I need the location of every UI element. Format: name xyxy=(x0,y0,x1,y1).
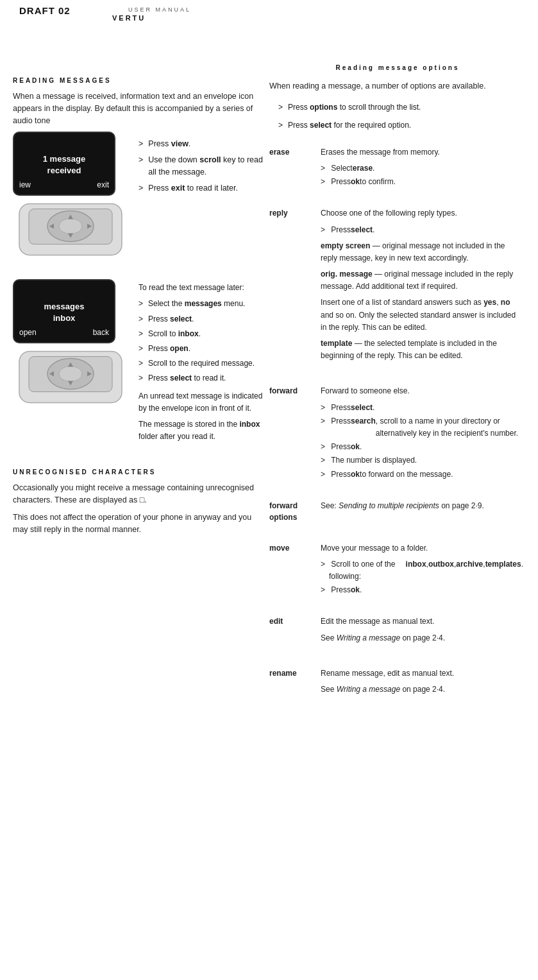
desc-rename: Rename message, edit as manual text. See… xyxy=(321,665,526,706)
def-row-move: move Move your message to a folder. Scro… xyxy=(269,540,526,603)
phone1-bottom-right: exit xyxy=(97,180,109,189)
header: DRAFT 02 USER MANUAL VERTU xyxy=(0,5,538,16)
unread-note-2: The message is stored in the inbox folde… xyxy=(139,418,263,443)
desc-forward-options: See: Sending to multiple recipients on p… xyxy=(321,497,526,529)
keypad-illustration-1 xyxy=(13,202,128,260)
term-move: move xyxy=(269,540,321,603)
usermanual-label: USER MANUAL xyxy=(128,6,191,13)
def-row-forward-options: forward options See: Sending to multiple… xyxy=(269,497,526,529)
unrecognised-body2: This does not affect the operation of yo… xyxy=(13,511,263,536)
term-forward-options: forward options xyxy=(269,497,321,529)
vertu-label: VERTU xyxy=(112,14,146,22)
read-later-section: To read the text message later: > Select… xyxy=(139,282,263,443)
desc-edit: Edit the message as manual text. See Wri… xyxy=(321,613,526,654)
svg-point-3 xyxy=(59,219,82,234)
reading-options-intro: When reading a message, a number of opti… xyxy=(269,80,526,92)
term-erase: erase xyxy=(269,144,321,195)
def-row-edit: edit Edit the message as manual text. Se… xyxy=(269,613,526,654)
term-rename: rename xyxy=(269,665,321,706)
term-forward: forward xyxy=(269,383,321,486)
definitions-table: erase Erases the message from memory. Se… xyxy=(269,144,526,706)
unread-note-1: An unread text message is indicated by t… xyxy=(139,390,263,415)
draft-label: DRAFT 02 xyxy=(19,5,71,16)
phone2-bottom-left: open xyxy=(19,328,37,337)
reading-options-heading: Reading message options xyxy=(269,64,526,71)
phone2-text: messages inbox xyxy=(44,301,85,324)
phone1-text: 1 message received xyxy=(43,153,86,176)
term-edit: edit xyxy=(269,613,321,654)
right-column: Reading message options When reading a m… xyxy=(269,64,526,706)
unrecognised-heading: Unrecognised characters xyxy=(13,469,263,476)
phone-mockup-1: 1 message received iew exit xyxy=(13,132,115,196)
page: DRAFT 02 USER MANUAL VERTU READING MESSA… xyxy=(0,0,538,980)
unrecognised-section: Unrecognised characters Occasionally you… xyxy=(13,469,263,535)
svg-point-11 xyxy=(59,366,82,382)
desc-reply: Choose one of the following reply types.… xyxy=(321,205,526,372)
phone1-bottom-left: iew xyxy=(19,180,31,189)
reading-messages-intro: When a message is received, information … xyxy=(13,90,263,126)
def-row-rename: rename Rename message, edit as manual te… xyxy=(269,665,526,706)
def-row-reply: reply Choose one of the following reply … xyxy=(269,205,526,372)
desc-forward: Forward to someone else. Press select. P… xyxy=(321,383,526,486)
keypad-illustration-2 xyxy=(13,350,128,408)
phone2-bottom-right: back xyxy=(93,328,109,337)
reading-messages-heading: READING MESSAGES xyxy=(13,77,263,84)
read-later-label: To read the text message later: xyxy=(139,282,263,294)
unrecognised-body1: Occasionally you might receive a message… xyxy=(13,482,263,506)
term-reply: reply xyxy=(269,205,321,372)
phone-mockup-2: messages inbox open back xyxy=(13,279,115,343)
desc-move: Move your message to a folder. Scroll to… xyxy=(321,540,526,603)
def-row-erase: erase Erases the message from memory. Se… xyxy=(269,144,526,195)
reading-bullets-1: > Press view. > Use the down scroll key … xyxy=(139,138,263,198)
def-row-forward: forward Forward to someone else. Press s… xyxy=(269,383,526,486)
left-column: READING MESSAGES When a message is recei… xyxy=(13,77,263,540)
desc-erase: Erases the message from memory. Select e… xyxy=(321,144,526,195)
